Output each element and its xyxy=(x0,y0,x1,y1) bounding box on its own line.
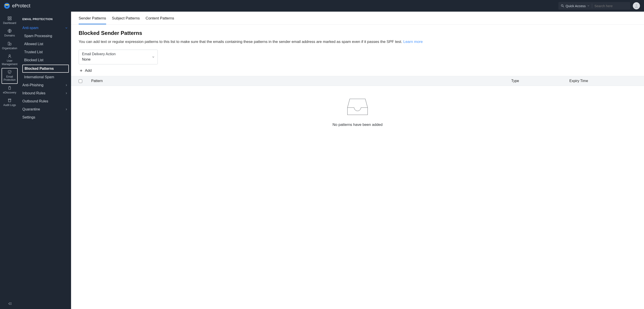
svg-rect-5 xyxy=(8,19,10,20)
svg-rect-3 xyxy=(8,17,10,18)
svg-point-10 xyxy=(9,55,10,56)
select-value: None xyxy=(82,58,154,62)
submenu-allowed-list[interactable]: Allowed List xyxy=(19,40,71,48)
add-label: Add xyxy=(85,68,92,73)
user-icon xyxy=(7,54,12,58)
chevron-down-icon xyxy=(587,5,590,7)
quick-access-box: Quick Access xyxy=(558,2,630,10)
chevron-right-icon xyxy=(65,92,68,95)
svg-point-2 xyxy=(636,4,637,6)
desc-text: You can add text or regular expression p… xyxy=(79,40,403,44)
collapse-icon xyxy=(7,301,12,306)
rail-label: Organization xyxy=(2,47,17,50)
email-delivery-action-select[interactable]: Email Delivery Action None xyxy=(79,50,158,64)
rail-label: eDiscovery xyxy=(3,91,16,94)
tabs: Sender Patterns Subject Patterns Content… xyxy=(71,12,644,25)
rail-collapse-button[interactable] xyxy=(0,301,19,306)
menu-label: Anti-spam xyxy=(22,26,38,30)
menu-label: Quarantine xyxy=(22,107,40,111)
dashboard-icon xyxy=(7,16,12,21)
brand-logo-icon xyxy=(4,3,10,9)
shield-check-icon xyxy=(7,70,12,74)
menu-quarantine[interactable]: Quarantine xyxy=(19,105,71,113)
tab-content-patterns[interactable]: Content Patterns xyxy=(146,16,174,24)
add-button[interactable]: Add xyxy=(79,68,636,73)
chevron-down-icon xyxy=(65,26,68,30)
separator xyxy=(592,4,592,8)
rail-label: User Management xyxy=(2,59,18,66)
page-body: Blocked Sender Patterns You can add text… xyxy=(71,25,644,140)
learn-more-link[interactable]: Learn more xyxy=(403,40,423,44)
quick-access-label: Quick Access xyxy=(566,4,586,8)
svg-point-0 xyxy=(561,5,563,7)
chevron-right-icon xyxy=(65,108,68,111)
brand[interactable]: eProtect xyxy=(4,3,30,9)
col-pattern: Pattern xyxy=(91,79,511,83)
rail-item-user-management[interactable]: User Management xyxy=(2,52,18,68)
quick-access-button[interactable]: Quick Access xyxy=(561,4,590,8)
empty-text: No patterns have been added xyxy=(332,123,382,127)
topbar-right: Quick Access xyxy=(558,2,640,10)
submenu-international-spam[interactable]: International Spam xyxy=(19,73,71,81)
svg-rect-8 xyxy=(8,42,10,45)
menu-label: Inbound Rules xyxy=(22,91,45,95)
svg-rect-6 xyxy=(10,19,12,20)
menu-inbound-rules[interactable]: Inbound Rules xyxy=(19,89,71,97)
menu-label: Outbound Rules xyxy=(22,99,48,103)
avatar[interactable] xyxy=(633,2,640,10)
rail-item-ediscovery[interactable]: eDiscovery xyxy=(2,84,18,96)
menu-label: Anti-Phishing xyxy=(22,83,43,87)
rail-label: Audit Logs xyxy=(3,104,16,107)
side-panel: EMAIL PROTECTION Anti-spam Spam Processi… xyxy=(19,12,71,309)
page-heading: Blocked Sender Patterns xyxy=(79,30,636,36)
empty-state: No patterns have been added xyxy=(79,86,636,140)
search-icon xyxy=(561,4,564,8)
topbar: eProtect Quick Access xyxy=(0,0,644,12)
rail-label: Dashboard xyxy=(3,22,16,25)
svg-rect-4 xyxy=(10,17,12,18)
brand-name: eProtect xyxy=(12,3,30,9)
chevron-right-icon xyxy=(65,84,68,87)
table-header: Pattern Type Expiry Time xyxy=(71,76,644,86)
rail-item-email-protection[interactable]: Email Protection xyxy=(2,68,18,84)
rail-label: Domains xyxy=(4,34,15,37)
tab-subject-patterns[interactable]: Subject Patterns xyxy=(112,16,140,24)
search-input[interactable] xyxy=(594,4,628,8)
select-label: Email Delivery Action xyxy=(82,52,154,56)
svg-line-1 xyxy=(563,6,564,7)
rail-label: Email Protection xyxy=(2,75,18,82)
tab-sender-patterns[interactable]: Sender Patterns xyxy=(79,16,106,24)
menu-anti-phishing[interactable]: Anti-Phishing xyxy=(19,81,71,89)
select-all-checkbox[interactable] xyxy=(79,79,82,83)
globe-icon xyxy=(7,29,12,33)
building-icon xyxy=(7,41,12,46)
panel-title: EMAIL PROTECTION xyxy=(19,16,71,24)
chevron-down-icon xyxy=(152,56,155,59)
submenu-trusted-list[interactable]: Trusted List xyxy=(19,48,71,56)
rail-item-organization[interactable]: Organization xyxy=(2,40,18,52)
plus-icon xyxy=(79,69,83,73)
rail-item-dashboard[interactable]: Dashboard xyxy=(2,14,18,27)
empty-inbox-icon xyxy=(346,97,369,117)
nav-rail: Dashboard Domains Organization User Mana… xyxy=(0,12,19,309)
menu-settings[interactable]: Settings xyxy=(19,113,71,121)
svg-rect-9 xyxy=(10,43,11,45)
submenu-blocked-list[interactable]: Blocked List xyxy=(19,56,71,64)
content: Sender Patterns Subject Patterns Content… xyxy=(71,12,644,309)
jar-icon xyxy=(7,86,12,90)
rail-item-domains[interactable]: Domains xyxy=(2,27,18,39)
user-icon xyxy=(634,3,639,8)
menu-label: Settings xyxy=(22,115,35,119)
submenu-blocked-patterns[interactable]: Blocked Patterns xyxy=(22,65,69,73)
menu-anti-spam[interactable]: Anti-spam xyxy=(19,24,71,32)
col-expiry: Expiry Time xyxy=(569,79,636,83)
page-description: You can add text or regular expression p… xyxy=(79,39,636,45)
submenu-spam-processing[interactable]: Spam Processing xyxy=(19,32,71,40)
col-type: Type xyxy=(511,79,569,83)
svg-rect-12 xyxy=(8,100,11,102)
menu-outbound-rules[interactable]: Outbound Rules xyxy=(19,97,71,105)
rail-item-audit-logs[interactable]: Audit Logs xyxy=(2,96,18,109)
archive-icon xyxy=(7,98,12,103)
